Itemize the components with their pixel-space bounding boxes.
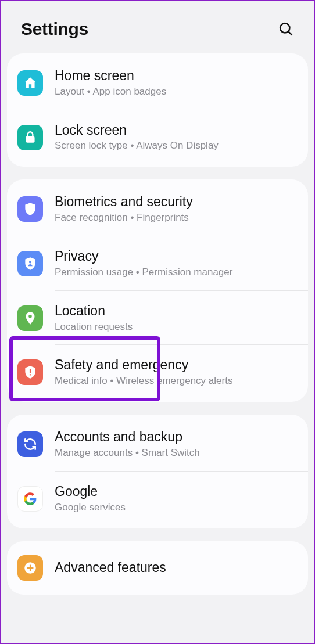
header: Settings: [1, 1, 314, 53]
settings-list: Home screenLayout • App icon badgesLock …: [1, 53, 314, 595]
item-subtitle: Google services: [55, 501, 298, 515]
page-title: Settings: [21, 19, 88, 39]
settings-group: Home screenLayout • App icon badgesLock …: [7, 53, 308, 167]
svg-rect-2: [26, 136, 34, 142]
item-content: LocationLocation requests: [55, 303, 298, 334]
item-subtitle: Manage accounts • Smart Switch: [55, 447, 298, 460]
svg-point-4: [28, 315, 32, 318]
item-title: Privacy: [55, 248, 298, 265]
item-subtitle: Medical info • Wireless emergency alerts: [55, 375, 298, 388]
item-title: Safety and emergency: [55, 357, 298, 373]
item-content: PrivacyPermission usage • Permission man…: [55, 248, 298, 279]
search-icon: [278, 21, 294, 37]
item-content: Accounts and backupManage accounts • Sma…: [55, 429, 298, 460]
item-subtitle: Permission usage • Permission manager: [55, 266, 298, 279]
settings-group: Biometrics and securityFace recognition …: [7, 179, 308, 402]
home-icon: [17, 70, 43, 96]
sync-icon: [17, 431, 43, 457]
svg-line-1: [288, 31, 292, 35]
item-title: Accounts and backup: [55, 429, 298, 445]
svg-point-3: [29, 261, 31, 263]
settings-item-biometrics[interactable]: Biometrics and securityFace recognition …: [7, 179, 308, 236]
settings-item-accounts[interactable]: Accounts and backupManage accounts • Sma…: [7, 415, 308, 472]
item-content: Biometrics and securityFace recognition …: [55, 193, 298, 225]
item-title: Google: [55, 483, 298, 500]
location-pin-icon: [17, 305, 43, 331]
svg-rect-9: [27, 567, 34, 568]
alert-shield-icon: [17, 359, 43, 385]
settings-item-home-screen[interactable]: Home screenLayout • App icon badges: [7, 53, 308, 110]
item-content: Home screenLayout • App icon badges: [55, 67, 298, 99]
settings-group: Advanced features: [7, 541, 308, 595]
item-content: Advanced features: [55, 559, 298, 576]
item-title: Location: [55, 303, 298, 319]
item-subtitle: Location requests: [55, 321, 298, 334]
settings-item-google[interactable]: GoogleGoogle services: [7, 472, 308, 528]
item-content: Lock screenScreen lock type • Always On …: [55, 122, 298, 153]
item-title: Home screen: [55, 67, 298, 84]
item-content: GoogleGoogle services: [55, 483, 298, 515]
settings-item-advanced[interactable]: Advanced features: [7, 541, 308, 595]
settings-group: Accounts and backupManage accounts • Sma…: [7, 415, 308, 528]
item-title: Advanced features: [55, 559, 298, 576]
item-title: Biometrics and security: [55, 193, 298, 210]
search-button[interactable]: [274, 17, 298, 41]
privacy-shield-icon: [17, 251, 43, 276]
shield-icon: [17, 196, 43, 222]
item-subtitle: Layout • App icon badges: [55, 85, 298, 99]
settings-item-safety[interactable]: Safety and emergencyMedical info • Wirel…: [7, 345, 308, 402]
item-subtitle: Screen lock type • Always On Display: [55, 139, 298, 153]
google-g-icon: [17, 486, 43, 512]
svg-rect-6: [30, 375, 31, 376]
settings-item-privacy[interactable]: PrivacyPermission usage • Permission man…: [7, 236, 308, 291]
plus-square-icon: [17, 555, 43, 581]
item-title: Lock screen: [55, 122, 298, 139]
svg-rect-5: [30, 369, 31, 373]
settings-item-lock-screen[interactable]: Lock screenScreen lock type • Always On …: [7, 110, 308, 167]
item-content: Safety and emergencyMedical info • Wirel…: [55, 357, 298, 388]
item-subtitle: Face recognition • Fingerprints: [55, 211, 298, 225]
lock-icon: [17, 125, 43, 150]
settings-item-location[interactable]: LocationLocation requests: [7, 291, 308, 346]
